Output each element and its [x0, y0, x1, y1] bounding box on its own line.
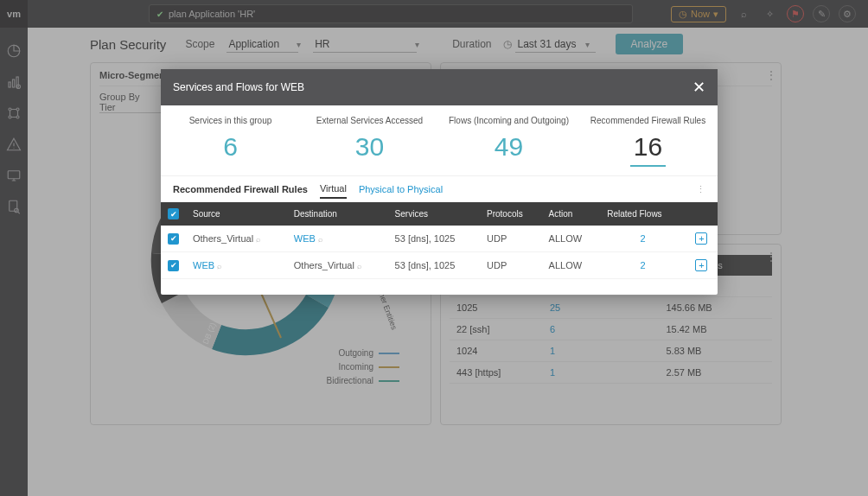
col-header[interactable]: Protocols [480, 202, 542, 226]
metric[interactable]: Services in this group6 [161, 116, 300, 167]
metric[interactable]: Recommended Firewall Rules16 [578, 116, 718, 167]
col-header[interactable]: Destination [287, 202, 388, 226]
firewall-table: ✔SourceDestinationServicesProtocolsActio… [161, 202, 718, 279]
row-checkbox[interactable]: ✔ [168, 233, 179, 245]
col-header[interactable]: Related Flows [600, 202, 685, 226]
metric-label: Flows (Incoming and Outgoing) [439, 116, 578, 125]
services-cell: 53 [dns], 1025 [388, 226, 480, 252]
tab-virtual[interactable]: Virtual [320, 180, 347, 199]
action-cell: ALLOW [542, 226, 601, 252]
modal-header: Services and Flows for WEB ✕ [161, 69, 718, 105]
col-header[interactable]: Action [542, 202, 601, 226]
row-checkbox[interactable]: ✔ [168, 260, 179, 271]
table-row[interactable]: ✔Others_Virtual⌕WEB⌕53 [dns], 1025UDPALL… [161, 226, 718, 252]
flows-cell[interactable]: 2 [600, 226, 685, 252]
proto-cell: UDP [480, 226, 542, 252]
expand-icon[interactable]: + [695, 232, 707, 245]
metric-value: 49 [439, 132, 578, 162]
source-cell: Others_Virtual⌕ [186, 226, 287, 252]
close-icon[interactable]: ✕ [692, 78, 705, 97]
metric[interactable]: External Services Accessed30 [300, 116, 439, 167]
search-icon[interactable]: ⌕ [256, 235, 260, 244]
metric-value: 30 [300, 132, 439, 162]
dest-cell[interactable]: WEB⌕ [287, 226, 388, 252]
action-cell: ALLOW [542, 252, 601, 279]
col-header[interactable] [686, 202, 718, 226]
proto-cell: UDP [480, 252, 542, 279]
modal-title: Services and Flows for WEB [173, 81, 304, 93]
search-icon[interactable]: ⌕ [318, 235, 322, 244]
metric[interactable]: Flows (Incoming and Outgoing)49 [439, 116, 578, 167]
source-cell[interactable]: WEB⌕ [186, 252, 287, 279]
kebab-icon[interactable]: ⋮ [696, 184, 705, 195]
tab-physical[interactable]: Physical to Physical [359, 181, 443, 198]
checkbox-all[interactable]: ✔ [168, 208, 179, 219]
col-header[interactable]: Source [186, 202, 287, 226]
metric-label: Services in this group [161, 116, 300, 125]
flows-cell[interactable]: 2 [600, 252, 685, 279]
table-row[interactable]: ✔WEB⌕Others_Virtual⌕53 [dns], 1025UDPALL… [161, 252, 718, 279]
search-icon[interactable]: ⌕ [217, 262, 221, 270]
dest-cell: Others_Virtual⌕ [287, 252, 388, 279]
metric-value: 6 [161, 132, 300, 162]
fw-rules-label: Recommended Firewall Rules [173, 184, 308, 194]
metric-label: Recommended Firewall Rules [578, 116, 718, 125]
search-icon[interactable]: ⌕ [357, 262, 361, 270]
col-header[interactable]: ✔ [161, 202, 186, 226]
metric-value: 16 [630, 132, 666, 167]
expand-icon[interactable]: + [695, 259, 707, 271]
services-flows-modal: Services and Flows for WEB ✕ Services in… [161, 69, 718, 295]
col-header[interactable]: Services [388, 202, 480, 226]
metric-label: External Services Accessed [300, 116, 439, 125]
services-cell: 53 [dns], 1025 [388, 252, 480, 279]
